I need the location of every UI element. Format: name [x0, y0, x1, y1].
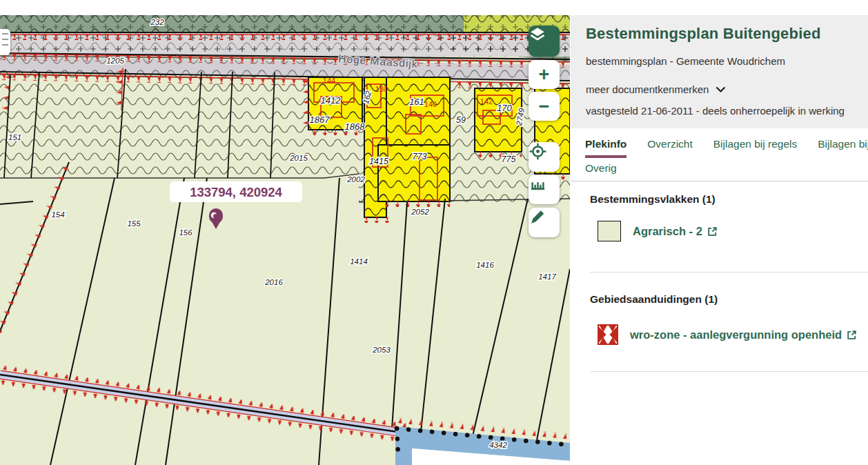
plan-viewer: 232 1205 151 2015 1412 162 1867 1868 161… [0, 0, 868, 465]
zoom-in-icon: + [539, 66, 550, 84]
layers-button[interactable] [529, 26, 560, 57]
parcel-label: 2016 [264, 278, 283, 286]
more-document-attributes-label: meer documentkenmerken [586, 83, 709, 95]
parcel-label: 1412 [321, 95, 342, 106]
parcel-label: 775 [502, 155, 516, 164]
divider [590, 272, 868, 273]
tab-bijlagen-bij-regels[interactable]: Bijlagen bij regels [713, 138, 798, 158]
parcel-label: 1416 [476, 261, 494, 269]
tab-bar: Plekinfo Overzicht Bijlagen bij regels B… [585, 138, 868, 179]
parcel-label: 1414 [350, 257, 368, 266]
zoom-out-icon: − [539, 97, 550, 116]
coordinate-tooltip-text: 133794, 420924 [190, 185, 282, 199]
parcel-label: 773 [413, 152, 427, 161]
zoom-in-button[interactable]: + [529, 60, 560, 89]
external-link-icon [847, 330, 857, 340]
wro-zone-swatch [598, 324, 618, 345]
parcel-label: 59 [456, 115, 466, 125]
building-label: 140 [424, 100, 437, 108]
legend-item-wro-zone[interactable]: wro-zone - aanlegvergunning openheid [598, 324, 857, 345]
parcel-label: 151 [8, 133, 21, 141]
parcel-label: 1415 [369, 157, 388, 166]
section-title-gebiedsaanduidingen: Gebiedsaanduidingen (1) [590, 293, 718, 306]
building-label: 130 [375, 85, 388, 93]
zoom-out-button[interactable]: − [529, 92, 560, 121]
locate-button[interactable] [529, 142, 560, 172]
parcel-label: 232 [150, 18, 164, 26]
layers-icon [529, 26, 546, 43]
zoning-map: 232 1205 151 2015 1412 162 1867 1868 161… [0, 0, 570, 465]
parcel-label: 2015 [289, 154, 308, 162]
edge-control-partial[interactable] [0, 29, 10, 55]
parcel-label: 4342 [489, 441, 507, 449]
tab-overzicht[interactable]: Overzicht [647, 138, 692, 158]
tab-plekinfo[interactable]: Plekinfo [585, 138, 627, 158]
legend-item-label: wro-zone - aanlegvergunning openheid [630, 328, 842, 342]
plan-type-and-municipality: bestemmingsplan - Gemeente Woudrichem [586, 55, 854, 67]
agrarisch-2-swatch [598, 221, 621, 241]
section-title-bestemmingsvlakken: Bestemmingsvlakken (1) [590, 193, 716, 206]
tab-overig[interactable]: Overig [585, 162, 617, 179]
plan-status: vastgesteld 21-06-2011 - deels onherroep… [586, 105, 854, 117]
building-label: 142 [480, 97, 493, 106]
coordinate-tooltip: 133794, 420924 [170, 181, 302, 202]
parcel-label: 2052 [411, 208, 429, 216]
plan-header: Bestemmingsplan Buitengebied bestemmings… [571, 15, 868, 128]
external-link-icon [707, 226, 718, 237]
legend-item-agrarisch[interactable]: Agrarisch - 2 [598, 221, 718, 241]
building-label: 144 [323, 77, 335, 85]
parcel-label: 2002 [346, 175, 365, 184]
divider [571, 181, 868, 181]
parcel-label: 2053 [372, 346, 391, 354]
draw-button[interactable] [529, 208, 560, 237]
parcel-label: 156 [179, 228, 193, 237]
legend-item-label: Agrarisch - 2 [633, 225, 702, 238]
parcel-label: 1417 [538, 273, 556, 281]
parcel-label: 1868 [345, 121, 366, 132]
divider [590, 371, 868, 372]
parcel-label: 161 [409, 97, 424, 107]
parcel-label: 1205 [106, 57, 124, 65]
measure-button[interactable] [529, 175, 560, 204]
chevron-down-icon [716, 86, 726, 93]
tab-bijlagen-bij-toelichting[interactable]: Bijlagen bij toel [818, 138, 868, 158]
parcel-label: 155 [127, 219, 141, 228]
parcel-label: 170 [497, 103, 512, 113]
pencil-icon [529, 208, 546, 226]
parcel-label: 1867 [310, 115, 331, 125]
locate-icon [529, 142, 547, 161]
measure-icon [529, 175, 547, 193]
more-document-attributes-toggle[interactable]: meer documentkenmerken [586, 83, 854, 95]
plan-info-panel: Bestemmingsplan Buitengebied bestemmings… [570, 0, 868, 465]
map-canvas[interactable]: 232 1205 151 2015 1412 162 1867 1868 161… [0, 0, 570, 465]
parcel-label: 154 [51, 210, 64, 219]
page-title: Bestemmingsplan Buitengebied [586, 25, 854, 43]
